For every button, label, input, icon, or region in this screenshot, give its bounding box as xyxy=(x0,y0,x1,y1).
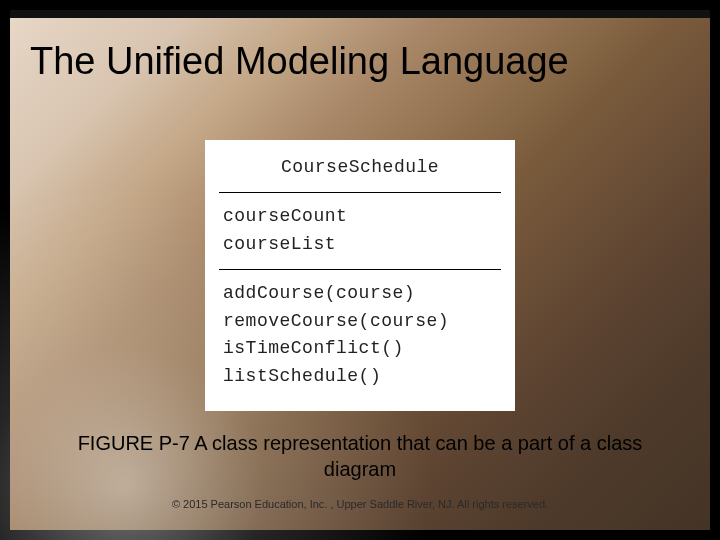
uml-divider xyxy=(219,269,501,270)
uml-operation: listSchedule() xyxy=(223,363,497,391)
uml-class-box: CourseSchedule courseCount courseList ad… xyxy=(205,140,515,411)
uml-operations: addCourse(course) removeCourse(course) i… xyxy=(205,274,515,398)
uml-attributes: courseCount courseList xyxy=(205,197,515,265)
uml-divider xyxy=(219,192,501,193)
slide-title: The Unified Modeling Language xyxy=(10,40,710,83)
slide: The Unified Modeling Language CourseSche… xyxy=(10,10,710,530)
uml-class-name: CourseSchedule xyxy=(205,148,515,188)
copyright-text: © 2015 Pearson Education, Inc. , Upper S… xyxy=(10,498,710,510)
top-accent-bar xyxy=(10,10,710,18)
figure-caption: FIGURE P-7 A class representation that c… xyxy=(10,430,710,482)
uml-operation: removeCourse(course) xyxy=(223,308,497,336)
uml-attribute: courseCount xyxy=(223,203,497,231)
uml-operation: addCourse(course) xyxy=(223,280,497,308)
uml-attribute: courseList xyxy=(223,231,497,259)
uml-operation: isTimeConflict() xyxy=(223,335,497,363)
